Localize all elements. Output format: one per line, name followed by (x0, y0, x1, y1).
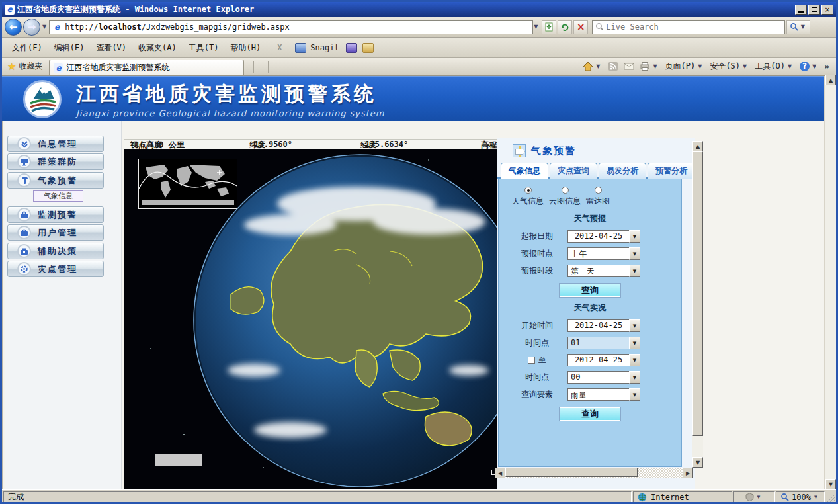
dropdown-arrow-icon[interactable]: ▼ (629, 230, 640, 243)
sidebar-item-user-management[interactable]: 用户管理 (7, 224, 104, 241)
radio-radar-image[interactable]: 雷达图 (586, 187, 610, 207)
zoom-control[interactable]: 100% ▼ (776, 491, 825, 503)
help-menu-button[interactable]: ? ▼ (800, 62, 819, 71)
refresh-button[interactable] (558, 20, 572, 34)
scroll-down-icon[interactable]: ▼ (825, 479, 836, 489)
dropdown-arrow-icon[interactable]: ▼ (629, 337, 640, 349)
page-menu-button[interactable]: 页面(P) ▼ (665, 61, 705, 72)
history-dropdown-icon[interactable]: ▼ (42, 24, 49, 30)
more-commands-icon[interactable]: » (824, 62, 829, 71)
tab-susceptibility-analysis[interactable]: 易发分析 (599, 163, 646, 179)
sidebar-item-weather-warning[interactable]: 气象预警 (7, 172, 104, 189)
tab-warning-analysis[interactable]: 预警分析 (648, 163, 695, 179)
home-dropdown-icon[interactable]: ▼ (595, 63, 603, 69)
sidebar-item-group-prevention[interactable]: 群策群防 (7, 153, 104, 170)
live-search-box[interactable] (592, 20, 785, 34)
scroll-down-icon[interactable]: ▼ (692, 457, 703, 468)
close-button[interactable]: × (821, 5, 833, 15)
live-query-button[interactable]: 查询 (560, 407, 620, 421)
search-go-button[interactable]: ▼ (786, 20, 810, 34)
forecast-query-button[interactable]: 查询 (560, 284, 620, 297)
url-field[interactable]: e http://localhost/Jxdzwebgis_mapgis/gri… (49, 20, 533, 34)
read-mail-button[interactable] (624, 62, 634, 71)
sidebar-item-monitoring-warning[interactable]: 监测预警 (7, 206, 104, 223)
minimize-button[interactable] (795, 5, 807, 15)
forward-button[interactable]: → (23, 19, 40, 36)
print-button[interactable]: ▼ (640, 62, 659, 71)
url-dropdown-icon[interactable]: ▼ (533, 24, 540, 30)
query-element-select[interactable]: 雨量 ▼ (567, 388, 640, 401)
earth-globe[interactable] (191, 152, 528, 489)
radio-weather-info[interactable]: 天气信息 (512, 187, 544, 207)
end-date-checkbox[interactable] (528, 357, 535, 364)
forecast-period-select[interactable]: 第一天 ▼ (567, 265, 640, 277)
stop-button[interactable]: × (573, 20, 588, 34)
radio-icon[interactable] (595, 187, 602, 194)
tools-menu-button[interactable]: 工具(O) ▼ (755, 61, 794, 72)
scrollbar-thumb[interactable] (505, 468, 638, 477)
print-dropdown-icon[interactable]: ▼ (652, 63, 659, 69)
zoom-dropdown-icon[interactable]: ▼ (814, 494, 820, 500)
search-options-icon[interactable]: ▼ (800, 24, 808, 30)
back-button[interactable]: ← (5, 19, 22, 36)
panel-horizontal-scrollbar[interactable]: ◀ ▶ (495, 468, 693, 478)
live-end-date-select[interactable]: 2012-04-25 ▼ (567, 354, 640, 366)
dropdown-arrow-icon[interactable]: ▼ (629, 388, 640, 401)
page-icon: e (52, 22, 62, 32)
menu-favorites[interactable]: 收藏夹(A) (132, 40, 183, 56)
search-input[interactable] (606, 22, 782, 32)
protected-mode-cell[interactable]: ▼ (733, 491, 775, 503)
tab-weather-info[interactable]: 气象信息 (501, 163, 548, 179)
menu-view[interactable]: 查看(V) (90, 40, 132, 56)
dropdown-arrow-icon[interactable]: ▼ (629, 319, 640, 332)
scroll-left-icon[interactable]: ◀ (495, 468, 505, 478)
favorites-label[interactable]: 收藏夹 (19, 61, 42, 72)
panel-vertical-scrollbar[interactable]: ▲ ▼ (692, 141, 703, 468)
radio-cloud-image[interactable]: 云图信息 (549, 187, 581, 207)
dropdown-arrow-icon[interactable]: ▼ (629, 265, 640, 277)
radio-icon[interactable] (562, 187, 569, 194)
live-start-hour-row: 时间点 01 ▼ (507, 337, 681, 349)
favorites-star-icon[interactable]: ★ (7, 61, 16, 73)
scroll-up-icon[interactable]: ▲ (692, 141, 703, 151)
compatibility-button[interactable] (542, 20, 556, 34)
radio-checked-icon[interactable] (524, 187, 532, 194)
home-button[interactable]: ▼ (583, 62, 603, 71)
forecast-section-title: 天气预报 (499, 210, 681, 226)
snagit-capture-icon[interactable] (346, 43, 357, 53)
forecast-date-select[interactable]: 2012-04-25 ▼ (567, 230, 640, 243)
safety-menu-button[interactable]: 安全(S) ▼ (710, 61, 749, 72)
live-start-date-select[interactable]: 2012-04-25 ▼ (567, 319, 640, 332)
maximize-button[interactable] (808, 5, 820, 15)
tab-hazard-query[interactable]: 灾点查询 (550, 163, 597, 179)
browser-tab[interactable]: e 江西省地质灾害监测预警系统 (49, 60, 244, 75)
scroll-up-icon[interactable]: ▲ (825, 75, 836, 85)
menu-help[interactable]: 帮助(H) (224, 40, 267, 56)
sidebar-item-decision-support[interactable]: 辅助决策 (7, 243, 104, 259)
menu-tools[interactable]: 工具(T) (183, 40, 225, 56)
page-vertical-scrollbar[interactable]: ▲ ▼ (825, 75, 836, 489)
sidebar-subitem-weather-info[interactable]: 气象信息 (33, 190, 83, 202)
toolbar-close-icon[interactable]: X (267, 43, 292, 52)
snagit-editor-icon[interactable] (362, 43, 374, 53)
snagit-icon[interactable] (295, 43, 306, 53)
protected-mode-dropdown-icon[interactable]: ▼ (757, 494, 763, 500)
scroll-right-icon[interactable]: ▶ (683, 468, 693, 478)
dropdown-arrow-icon[interactable]: ▼ (629, 354, 640, 366)
live-end-hour-select[interactable]: 00 ▼ (567, 371, 640, 384)
forecast-time-select[interactable]: 上午 ▼ (567, 247, 640, 260)
title-bar[interactable]: e 江西省地质灾害监测预警系统 - Windows Internet Explo… (2, 2, 836, 17)
resize-grip[interactable] (826, 494, 835, 503)
sidebar-item-hazard-point-management[interactable]: 灾点管理 (7, 261, 104, 277)
scrollbar-thumb[interactable] (692, 151, 703, 436)
command-bar: ▼ ▼ 页面(P) ▼ 安全(S) ▼ 工具(O) ▼ (583, 61, 833, 72)
menu-file[interactable]: 文件(F) (6, 40, 48, 56)
live-start-hour-select[interactable]: 01 ▼ (567, 337, 640, 349)
sidebar-item-info-management[interactable]: 信息管理 (7, 136, 104, 152)
app-logo (23, 80, 62, 118)
overview-minimap[interactable] (138, 159, 237, 209)
feeds-button[interactable] (608, 62, 618, 71)
menu-edit[interactable]: 编辑(E) (48, 40, 91, 56)
dropdown-arrow-icon[interactable]: ▼ (629, 371, 640, 384)
dropdown-arrow-icon[interactable]: ▼ (629, 247, 640, 260)
